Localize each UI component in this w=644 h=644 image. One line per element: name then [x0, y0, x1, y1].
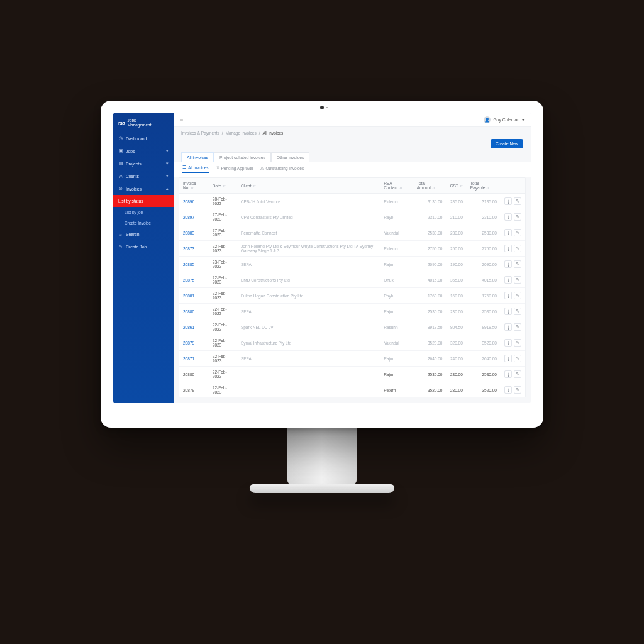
cell-gst: 160.00 — [446, 288, 466, 304]
invoice-link[interactable]: 20885 — [179, 257, 209, 272]
edit-icon[interactable]: ✎ — [514, 229, 521, 236]
menu-toggle-icon[interactable]: ≡ — [180, 117, 183, 123]
table-row: 2087922-Feb-2023Peterh3520.00230.003520.… — [179, 382, 525, 398]
edit-icon[interactable]: ✎ — [514, 323, 521, 331]
download-icon[interactable]: ⭳ — [504, 355, 512, 362]
column-header[interactable]: Total Payable⇵ — [467, 178, 501, 194]
download-icon[interactable]: ⭳ — [504, 213, 512, 221]
invoice-link[interactable]: 20897 — [179, 209, 209, 225]
download-icon[interactable]: ⭳ — [504, 197, 512, 205]
column-header[interactable]: RSA Contact⇵ — [380, 178, 413, 194]
sidebar-item-dashboard[interactable]: ◷Dashboard — [113, 132, 174, 145]
invoice-link[interactable]: 20881 — [179, 288, 209, 304]
sidebar-subitem[interactable]: Create Invoice — [113, 218, 174, 228]
invoice-link[interactable]: 20883 — [179, 225, 209, 241]
edit-icon[interactable]: ✎ — [514, 197, 521, 205]
create-new-button[interactable]: Create New — [491, 139, 523, 148]
column-header[interactable]: Date⇵ — [209, 178, 237, 194]
cell-contact: Rasunh — [380, 319, 413, 335]
user-menu[interactable]: 👤 Guy Coleman ▾ — [484, 116, 525, 123]
nav-label: Search — [126, 232, 140, 236]
cell-actions: ⭳✎ — [501, 304, 525, 319]
download-icon[interactable]: ⭳ — [504, 308, 512, 315]
sort-icon: ⇵ — [191, 186, 194, 190]
sidebar-subitem[interactable]: List by job — [113, 207, 174, 218]
column-header[interactable]: GST⇵ — [446, 178, 466, 194]
nav-label: Clients — [126, 174, 139, 179]
edit-icon[interactable]: ✎ — [514, 370, 521, 378]
invoice-link[interactable]: 20871 — [179, 351, 209, 367]
invoice-link[interactable]: 20879 — [179, 335, 209, 351]
download-icon[interactable]: ⭳ — [504, 386, 512, 394]
edit-icon[interactable]: ✎ — [514, 276, 521, 284]
download-icon[interactable]: ⭳ — [504, 245, 512, 252]
subtab-icon: ☰ — [182, 165, 186, 170]
cell-contact: Ridemn — [380, 241, 413, 257]
invoice-link[interactable]: 20875 — [179, 272, 209, 288]
table-row: 2088122-Feb-2023Fulton Hogan Constructio… — [179, 288, 525, 304]
invoice-link[interactable]: 20896 — [179, 194, 209, 209]
edit-icon[interactable]: ✎ — [514, 292, 521, 299]
monitor-frame: rsa Jobs Management ◷Dashboard▣Jobs▾▤Pro… — [101, 101, 543, 493]
sidebar-item-invoices[interactable]: ⊜Invoices▴ — [113, 182, 174, 195]
subtab-label: Outstanding Invoices — [265, 166, 304, 170]
download-icon[interactable]: ⭳ — [504, 323, 512, 331]
cell-client: SEPA — [237, 304, 380, 319]
download-icon[interactable]: ⭳ — [504, 276, 512, 284]
cell-client: Spark NEL DC JV — [237, 319, 380, 335]
sidebar-item-projects[interactable]: ▤Projects▾ — [113, 157, 174, 170]
download-icon[interactable]: ⭳ — [504, 339, 512, 347]
invoice-link[interactable]: 20879 — [179, 382, 209, 398]
download-icon[interactable]: ⭳ — [504, 292, 512, 299]
column-header[interactable]: Total Amount⇵ — [413, 178, 447, 194]
edit-icon[interactable]: ✎ — [514, 308, 521, 315]
invoice-link[interactable]: 20880 — [179, 304, 209, 319]
table-row: 2089628-Feb-2023CPB/JH Joint VentureRide… — [179, 194, 525, 209]
cell-client — [237, 367, 380, 382]
edit-icon[interactable]: ✎ — [514, 339, 521, 347]
crumb[interactable]: Invoices & Payments — [181, 131, 219, 135]
cell-contact: Peterh — [380, 382, 413, 398]
invoice-link[interactable]: 20873 — [179, 241, 209, 257]
sort-icon: ⇵ — [432, 186, 435, 190]
cell-gst: 240.00 — [446, 351, 466, 367]
invoice-link[interactable]: 20880 — [179, 367, 209, 382]
tab[interactable]: All invoices — [181, 152, 214, 162]
tab[interactable]: Project collated invoices — [214, 152, 271, 162]
cell-payable: 2750.00 — [467, 241, 501, 257]
subtab[interactable]: ⧗Pending Approval — [216, 165, 253, 173]
download-icon[interactable]: ⭳ — [504, 229, 512, 236]
subtab[interactable]: △Outstanding Invoices — [260, 165, 304, 173]
download-icon[interactable]: ⭳ — [504, 260, 512, 268]
edit-icon[interactable]: ✎ — [514, 260, 521, 268]
cell-contact: Rajm — [380, 257, 413, 272]
tab[interactable]: Other invoices — [271, 152, 309, 162]
sidebar-item-clients[interactable]: ⛭Clients▾ — [113, 170, 174, 182]
edit-icon[interactable]: ✎ — [514, 245, 521, 252]
column-header[interactable]: Invoice No.⇵ — [179, 178, 209, 194]
cell-contact: Yaxindul — [380, 335, 413, 351]
topbar: ≡ 👤 Guy Coleman ▾ — [174, 113, 531, 127]
edit-icon[interactable]: ✎ — [514, 386, 521, 394]
breadcrumb: Invoices & Payments / Manage Invoices / … — [174, 127, 531, 139]
cell-amount: 2530.00 — [413, 367, 447, 382]
edit-icon[interactable]: ✎ — [514, 213, 521, 221]
edit-icon[interactable]: ✎ — [514, 355, 521, 362]
crumb[interactable]: Manage Invoices — [226, 131, 257, 135]
sidebar-item-jobs[interactable]: ▣Jobs▾ — [113, 145, 174, 157]
subtab[interactable]: ☰All invoices — [182, 165, 209, 173]
download-icon[interactable]: ⭳ — [504, 370, 512, 378]
sidebar-item-create-job[interactable]: ✎Create Job — [113, 240, 174, 253]
cell-actions: ⭳✎ — [501, 335, 525, 351]
column-header[interactable] — [501, 178, 525, 194]
chevron-down-icon: ▾ — [522, 118, 525, 123]
cell-payable: 2530.00 — [467, 367, 501, 382]
cell-payable: 3520.00 — [467, 382, 501, 398]
sidebar-item-search[interactable]: ⌕Search — [113, 228, 174, 240]
camera-dot — [320, 106, 324, 109]
column-header[interactable]: Client⇵ — [237, 178, 380, 194]
invoice-link[interactable]: 20861 — [179, 319, 209, 335]
sidebar-subitem[interactable]: List by status — [113, 195, 174, 207]
cell-payable: 8918.50 — [467, 319, 501, 335]
main: ≡ 👤 Guy Coleman ▾ Invoices & Payments / … — [174, 113, 531, 402]
